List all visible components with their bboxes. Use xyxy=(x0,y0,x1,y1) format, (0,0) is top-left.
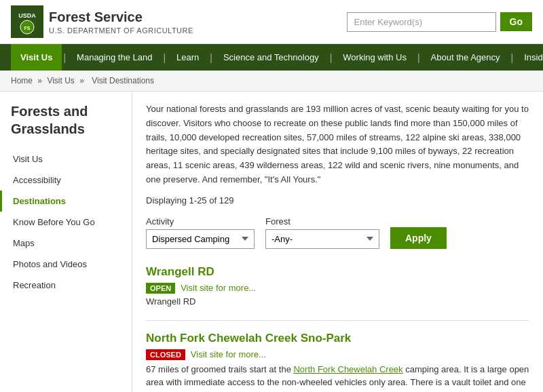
nav-sep-2: | xyxy=(162,52,167,63)
site-header: USDA FS Forest Service U.S. DEPARTMENT O… xyxy=(0,0,543,44)
inline-link-nfcc[interactable]: North Fork Chewelah Creek xyxy=(293,364,402,374)
breadcrumb: Home » Visit Us » Visit Destinations xyxy=(0,71,543,92)
status-badge-nfcc: CLOSED xyxy=(146,349,185,360)
nav-item-learn[interactable]: Learn xyxy=(167,44,208,71)
activity-select[interactable]: Dispersed Camping Hiking Camping Fishing… xyxy=(146,229,255,249)
nav-item-managing[interactable]: Managing the Land xyxy=(67,44,162,71)
nav-item-visit-us[interactable]: Visit Us xyxy=(11,44,62,71)
nav-item-inside[interactable]: Inside the FS xyxy=(514,44,543,71)
svg-text:FS: FS xyxy=(24,26,31,31)
activity-filter-group: Activity Dispersed Camping Hiking Campin… xyxy=(146,216,255,249)
breadcrumb-home[interactable]: Home xyxy=(11,76,33,85)
go-button[interactable]: Go xyxy=(500,12,532,31)
search-input[interactable] xyxy=(347,12,496,32)
breadcrumb-visit-us[interactable]: Visit Us xyxy=(47,76,74,85)
nav-sep-6: | xyxy=(510,52,515,63)
forest-select[interactable]: -Any- Wrangell-St. Elias Colville Okanog… xyxy=(265,229,379,249)
visit-link-wrangell[interactable]: Visit site for more... xyxy=(181,283,256,293)
result-meta-wrangell: OPEN Visit site for more... xyxy=(146,283,529,294)
agency-text: Forest Service U.S. DEPARTMENT OF AGRICU… xyxy=(49,8,193,35)
result-item-nfcc: North Fork Chewelah Creek Sno-Park CLOSE… xyxy=(146,332,529,392)
sidebar: Forests and Grasslands Visit Us Accessib… xyxy=(0,92,132,392)
sidebar-item-destinations[interactable]: Destinations xyxy=(0,191,132,212)
sidebar-item-recreation[interactable]: Recreation xyxy=(0,275,132,296)
sidebar-item-accessibility[interactable]: Accessibility xyxy=(0,170,132,191)
nav-sep-5: | xyxy=(416,52,422,63)
breadcrumb-current: Visit Destinations xyxy=(92,76,154,85)
sidebar-item-know[interactable]: Know Before You Go xyxy=(0,212,132,233)
nav-item-about[interactable]: About the Agency xyxy=(422,44,510,71)
main-nav: Visit Us | Managing the Land | Learn | S… xyxy=(0,44,543,71)
nav-sep-4: | xyxy=(329,52,334,63)
result-item-wrangell: Wrangell RD OPEN Visit site for more... … xyxy=(146,265,529,321)
status-badge-wrangell: OPEN xyxy=(146,283,175,294)
intro-text: Your national forests and grasslands are… xyxy=(146,102,529,187)
nav-sep-1: | xyxy=(62,52,67,63)
nav-item-working[interactable]: Working with Us xyxy=(333,44,416,71)
agency-name: Forest Service xyxy=(49,8,193,26)
breadcrumb-sep-2: » xyxy=(79,76,86,85)
main-content: Your national forests and grasslands are… xyxy=(132,92,543,392)
result-subtitle-wrangell: Wrangell RD xyxy=(146,296,529,307)
sidebar-item-photos[interactable]: Photos and Videos xyxy=(0,254,132,275)
sidebar-title: Forests and Grasslands xyxy=(0,102,132,149)
result-desc-nfcc: 67 miles of groomed trails start at the … xyxy=(146,363,529,392)
usda-logo-icon: USDA FS xyxy=(11,5,43,38)
main-layout: Forests and Grasslands Visit Us Accessib… xyxy=(0,92,543,392)
result-title-wrangell[interactable]: Wrangell RD xyxy=(146,265,529,279)
filters: Activity Dispersed Camping Hiking Campin… xyxy=(146,216,529,249)
displaying-count: Displaying 1-25 of 129 xyxy=(146,195,529,205)
nav-item-science[interactable]: Science and Technology xyxy=(214,44,329,71)
result-title-nfcc[interactable]: North Fork Chewelah Creek Sno-Park xyxy=(146,332,529,345)
logo-area: USDA FS Forest Service U.S. DEPARTMENT O… xyxy=(11,5,193,38)
sidebar-item-visit-us[interactable]: Visit Us xyxy=(0,149,132,170)
forest-filter-group: Forest -Any- Wrangell-St. Elias Colville… xyxy=(265,216,379,249)
nav-sep-3: | xyxy=(208,52,214,63)
sidebar-item-maps[interactable]: Maps xyxy=(0,233,132,254)
result-meta-nfcc: CLOSED Visit site for more... xyxy=(146,349,529,360)
forest-label: Forest xyxy=(265,216,379,227)
visit-link-nfcc[interactable]: Visit site for more... xyxy=(191,349,266,359)
breadcrumb-sep-1: » xyxy=(37,76,44,85)
apply-button[interactable]: Apply xyxy=(390,227,447,249)
agency-sub: U.S. DEPARTMENT OF AGRICULTURE xyxy=(49,26,193,35)
activity-label: Activity xyxy=(146,216,255,227)
header-search: Go xyxy=(347,12,532,32)
svg-text:USDA: USDA xyxy=(18,12,36,19)
